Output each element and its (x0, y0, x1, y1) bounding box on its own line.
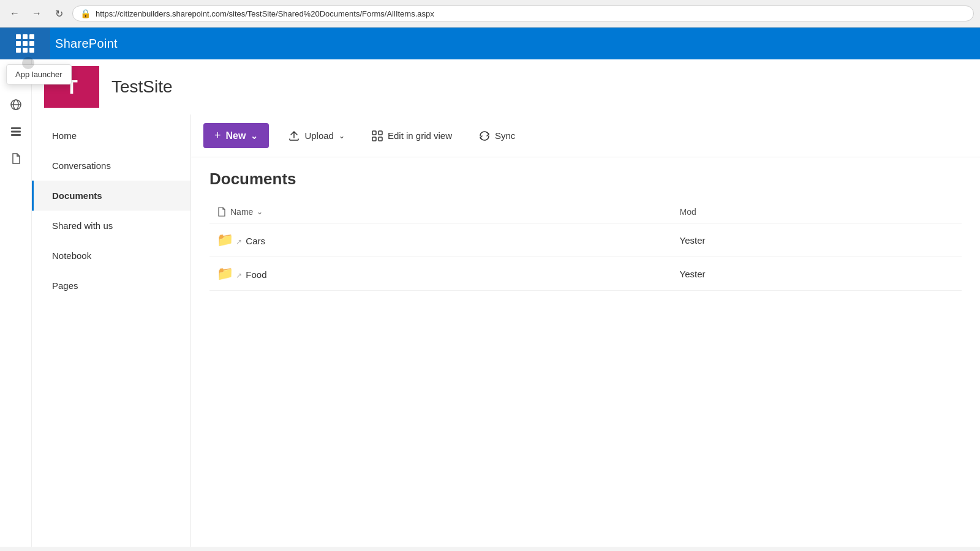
file-table: Name ⌄ Mod (209, 201, 962, 291)
reload-button[interactable]: ↻ (50, 5, 67, 22)
svg-rect-9 (379, 137, 382, 141)
documents-heading: Documents (209, 170, 962, 189)
file-name-cell: 📁 ↗ Food (209, 257, 673, 291)
nav-home[interactable]: Home (32, 121, 190, 151)
upload-button[interactable]: Upload ⌄ (281, 126, 352, 146)
sort-arrow-icon: ⌄ (257, 208, 263, 216)
document-icon (10, 152, 22, 165)
cursor-indicator (22, 57, 34, 69)
sharepoint-logo-text: SharePoint (50, 37, 118, 51)
nav-shared-with-us[interactable]: Shared with us (32, 211, 190, 241)
nav-pages[interactable]: Pages (32, 271, 190, 301)
list-icon (10, 126, 22, 138)
table-row[interactable]: 📁 ↗ Cars Yester (209, 223, 962, 257)
table-row[interactable]: 📁 ↗ Food Yester (209, 257, 962, 291)
file-name-cell: 📁 ↗ Cars (209, 223, 673, 257)
url-text: https://citizenbuilders.sharepoint.com/s… (96, 9, 434, 18)
list-icon-btn[interactable] (4, 119, 28, 144)
sp-layout: T TestSite Home Conversations Documents … (0, 59, 980, 547)
back-button[interactable]: ← (6, 5, 23, 22)
file-modified-cell: Yester (673, 223, 962, 257)
shortcut-icon: ↗ (236, 271, 242, 280)
address-bar[interactable]: 🔒 https://citizenbuilders.sharepoint.com… (72, 6, 974, 21)
waffle-icon (16, 34, 34, 53)
svg-rect-3 (11, 127, 21, 129)
col-name-header: Name ⌄ (209, 201, 673, 223)
svg-rect-8 (379, 131, 382, 135)
upload-icon (288, 130, 300, 141)
globe-icon-btn[interactable] (4, 92, 28, 117)
new-chevron-icon: ⌄ (251, 131, 258, 141)
shortcut-icon: ↗ (236, 238, 242, 246)
sharepoint-header: SharePoint App launcher (0, 28, 980, 59)
folder-icon: 📁 (217, 266, 233, 281)
nav-documents[interactable]: Documents (32, 181, 190, 211)
browser-chrome: ← → ↻ 🔒 https://citizenbuilders.sharepoi… (0, 0, 980, 28)
documents-main: + New ⌄ Upload ⌄ (191, 114, 980, 547)
nav-notebook[interactable]: Notebook (32, 241, 190, 271)
left-nav: Home Conversations Documents Shared with… (32, 114, 191, 547)
content-area: Home Conversations Documents Shared with… (32, 114, 980, 547)
svg-rect-4 (11, 131, 21, 133)
app-launcher-tooltip: App launcher (6, 64, 72, 84)
file-modified-cell: Yester (673, 257, 962, 291)
svg-rect-5 (11, 134, 21, 136)
main-content: T TestSite Home Conversations Documents … (32, 59, 980, 547)
new-button[interactable]: + New ⌄ (203, 123, 269, 148)
nav-conversations[interactable]: Conversations (32, 151, 190, 181)
edit-grid-button[interactable]: Edit in grid view (364, 126, 459, 146)
svg-rect-7 (372, 137, 376, 141)
folder-icon: 📁 (217, 232, 233, 247)
file-header-icon (217, 207, 227, 217)
lock-icon: 🔒 (80, 9, 91, 18)
grid-view-icon (372, 130, 383, 141)
doc-toolbar: + New ⌄ Upload ⌄ (191, 114, 980, 157)
app-launcher-button[interactable] (0, 28, 50, 59)
col-modified-header: Mod (673, 201, 962, 223)
sync-icon (479, 130, 490, 141)
site-title: TestSite (111, 77, 173, 97)
globe-icon (10, 99, 22, 111)
plus-icon: + (214, 129, 221, 142)
document-icon-btn[interactable] (4, 146, 28, 171)
forward-button[interactable]: → (28, 5, 45, 22)
doc-content: Documents Name (191, 157, 980, 547)
sidebar-icons (0, 59, 32, 547)
svg-rect-6 (372, 131, 376, 135)
sync-button[interactable]: Sync (472, 126, 522, 146)
upload-chevron-icon: ⌄ (339, 132, 345, 140)
site-header: T TestSite (32, 59, 980, 114)
